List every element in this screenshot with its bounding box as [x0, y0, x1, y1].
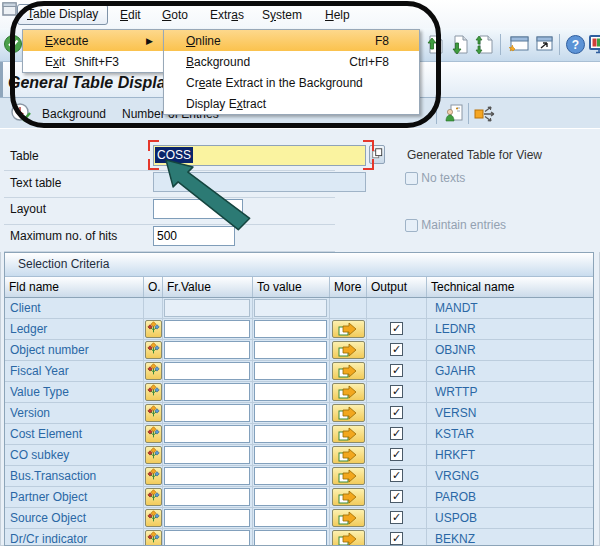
transfer-icon[interactable]	[473, 34, 494, 55]
multiple-selection-icon	[337, 469, 359, 483]
menu-help[interactable]: Help	[325, 8, 350, 22]
menu-extras[interactable]: Extras	[210, 8, 244, 22]
table-row: Version ✓ VERSN	[5, 403, 593, 424]
layout-input[interactable]	[153, 199, 243, 219]
from-value-input[interactable]	[164, 530, 250, 546]
menu-table-display[interactable]: Table Display	[17, 4, 108, 25]
selection-options-button[interactable]	[145, 320, 162, 338]
to-value-input[interactable]	[254, 509, 327, 527]
max-hits-input[interactable]	[153, 226, 235, 246]
multiple-selection-button[interactable]	[332, 362, 365, 380]
to-value-input[interactable]	[254, 320, 327, 338]
to-value-input[interactable]	[254, 530, 327, 546]
from-value-input[interactable]	[164, 341, 250, 359]
to-value-input[interactable]	[254, 425, 327, 443]
customize-layout-icon[interactable]	[588, 34, 600, 55]
selection-options-button[interactable]	[145, 362, 162, 380]
from-value-input[interactable]	[164, 425, 250, 443]
output-checkbox[interactable]: ✓	[390, 448, 403, 461]
output-checkbox[interactable]: ✓	[390, 490, 403, 503]
output-checkbox[interactable]: ✓	[390, 406, 403, 419]
from-value-input[interactable]	[164, 446, 250, 464]
menu-item-exit[interactable]: Exit Shift+F3	[23, 51, 163, 72]
output-checkbox[interactable]: ✓	[390, 322, 403, 335]
multiple-selection-button[interactable]	[332, 404, 365, 422]
from-value-input[interactable]	[164, 383, 250, 401]
multiple-selection-button[interactable]	[332, 488, 365, 506]
to-value-input[interactable]	[254, 341, 327, 359]
from-value-input[interactable]	[164, 404, 250, 422]
multiple-selection-button[interactable]	[332, 446, 365, 464]
table-display-menu: Execute ▶ Exit Shift+F3	[22, 29, 164, 73]
technical-name-label: USPOB	[427, 508, 593, 528]
selection-options-button[interactable]	[145, 341, 162, 359]
background-button[interactable]: Background	[42, 107, 106, 121]
output-checkbox[interactable]: ✓	[390, 385, 403, 398]
selection-options-button[interactable]	[145, 383, 162, 401]
menu-item-display-extract[interactable]: Display Extract	[164, 93, 419, 114]
to-value-input[interactable]	[254, 404, 327, 422]
multiple-selection-button[interactable]	[332, 509, 365, 527]
maintain-entries-checkbox[interactable]	[405, 219, 418, 232]
multiple-selection-button[interactable]	[332, 467, 365, 485]
multiple-selection-icon	[337, 532, 359, 546]
distribute-icon[interactable]	[474, 104, 500, 123]
output-checkbox[interactable]: ✓	[390, 427, 403, 440]
from-value-input[interactable]	[164, 467, 250, 485]
selection-options-button[interactable]	[145, 425, 162, 443]
shortcut-icon[interactable]	[534, 34, 555, 55]
output-checkbox[interactable]: ✓	[390, 343, 403, 356]
menu-edit[interactable]: Edit	[120, 8, 141, 22]
technical-name-label: MANDT	[427, 298, 593, 318]
enter-check-icon[interactable]	[3, 34, 23, 54]
from-value-input[interactable]	[164, 488, 250, 506]
execute-clock-icon[interactable]	[10, 102, 32, 124]
menu-system[interactable]: System	[262, 8, 302, 22]
col-output: Output	[367, 277, 427, 297]
multiple-selection-button[interactable]	[332, 320, 365, 338]
selection-options-button[interactable]	[145, 530, 162, 546]
to-value-input[interactable]	[254, 362, 327, 380]
menu-goto[interactable]: Goto	[162, 8, 188, 22]
menu-item-create-extract[interactable]: Create Extract in the Background	[164, 72, 419, 93]
no-texts-checkbox[interactable]	[405, 172, 418, 185]
table-input[interactable]: COSS	[153, 145, 366, 166]
output-checkbox[interactable]: ✓	[390, 511, 403, 524]
selection-options-button[interactable]	[145, 404, 162, 422]
new-session-icon[interactable]	[507, 34, 530, 55]
selection-options-button[interactable]	[145, 467, 162, 485]
menu-item-online[interactable]: Online F8	[164, 30, 419, 51]
import-down-icon[interactable]	[448, 34, 469, 55]
from-value-input[interactable]	[164, 362, 250, 380]
multiple-selection-icon	[337, 448, 359, 462]
selection-options-button[interactable]	[145, 509, 162, 527]
user-settings-icon[interactable]	[443, 103, 465, 124]
output-checkbox[interactable]: ✓	[390, 532, 403, 545]
from-value-input[interactable]	[164, 320, 250, 338]
help-icon[interactable]: ?	[565, 34, 586, 55]
maintain-entries-option: Maintain entries	[405, 218, 506, 232]
output-checkbox[interactable]: ✓	[390, 364, 403, 377]
output-checkbox[interactable]: ✓	[390, 469, 403, 482]
submenu-arrow-icon: ▶	[146, 36, 157, 46]
multiple-selection-button[interactable]	[332, 425, 365, 443]
export-up-icon[interactable]	[423, 34, 444, 55]
multiple-selection-button[interactable]	[332, 530, 365, 546]
multiple-selection-button[interactable]	[332, 383, 365, 401]
selection-options-icon	[147, 531, 160, 544]
to-value-input[interactable]	[254, 446, 327, 464]
sap-window: Table Display Edit Goto Extras System He…	[0, 0, 600, 546]
selection-options-icon	[147, 468, 160, 481]
multiple-selection-button[interactable]	[332, 341, 365, 359]
selection-options-button[interactable]	[145, 488, 162, 506]
from-value-input[interactable]	[164, 509, 250, 527]
menu-item-background[interactable]: Background Ctrl+F8	[164, 51, 419, 72]
col-more: More	[330, 277, 367, 297]
to-value-input[interactable]	[254, 488, 327, 506]
to-value-input[interactable]	[254, 383, 327, 401]
field-name-label: Ledger	[5, 319, 144, 339]
value-help-button[interactable]	[369, 145, 385, 164]
selection-options-button[interactable]	[145, 446, 162, 464]
menu-item-execute[interactable]: Execute ▶	[23, 30, 163, 51]
to-value-input[interactable]	[254, 467, 327, 485]
